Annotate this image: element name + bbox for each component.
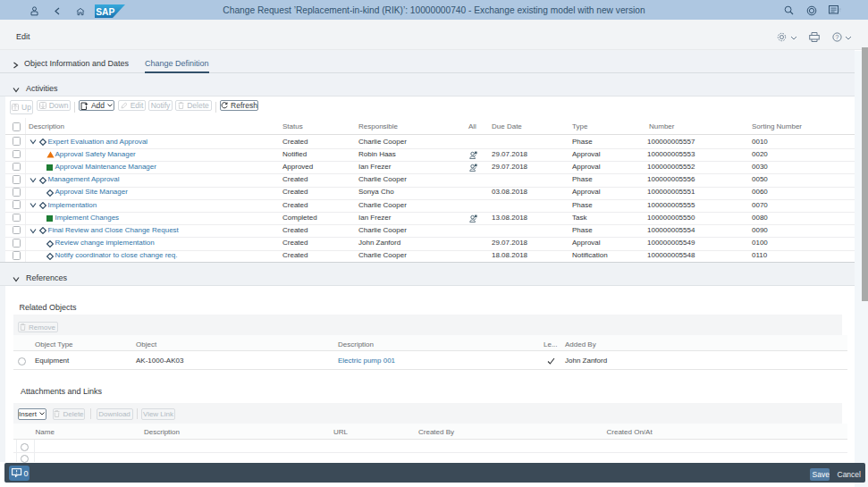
svg-text:?: ?: [835, 34, 839, 40]
